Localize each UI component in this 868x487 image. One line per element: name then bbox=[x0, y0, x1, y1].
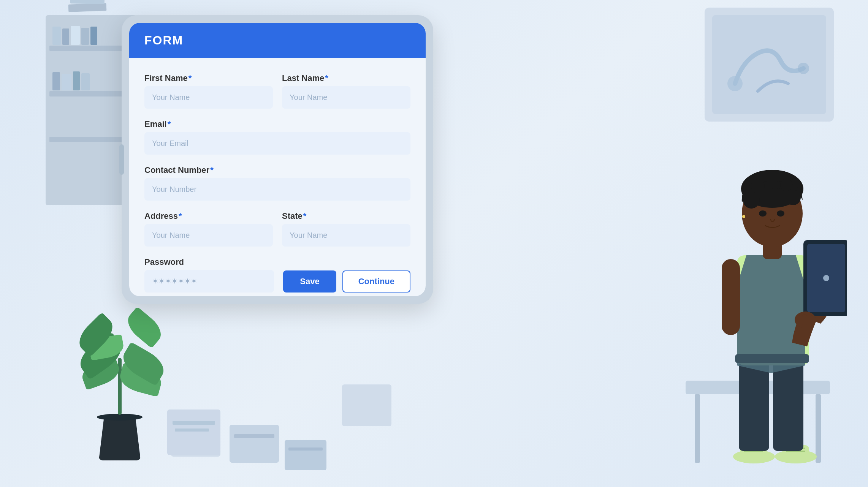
first-name-label: First Name* bbox=[144, 73, 273, 83]
decorative-plant bbox=[70, 308, 169, 460]
state-label: State* bbox=[282, 211, 410, 221]
svg-point-0 bbox=[727, 76, 743, 91]
tablet-screen: FORM First Name* L bbox=[129, 23, 426, 296]
address-input[interactable] bbox=[144, 224, 273, 247]
bg-boxes-area bbox=[167, 410, 326, 457]
save-button[interactable]: Save bbox=[283, 270, 336, 293]
svg-point-17 bbox=[823, 275, 829, 281]
form-title: FORM bbox=[144, 33, 183, 47]
svg-rect-13 bbox=[735, 354, 809, 363]
form-body: First Name* Last Name* bbox=[129, 58, 426, 296]
svg-rect-19 bbox=[797, 315, 801, 327]
last-name-label: Last Name* bbox=[282, 73, 410, 83]
svg-rect-20 bbox=[802, 314, 807, 326]
continue-button[interactable]: Continue bbox=[342, 270, 410, 293]
email-input[interactable] bbox=[144, 132, 410, 155]
last-name-group: Last Name* bbox=[282, 73, 410, 109]
form-actions: Save Continue bbox=[283, 270, 410, 293]
svg-point-28 bbox=[780, 179, 792, 191]
password-group: Password bbox=[144, 257, 274, 293]
svg-rect-21 bbox=[808, 315, 812, 326]
person-illustration bbox=[695, 126, 847, 468]
svg-point-30 bbox=[777, 210, 784, 217]
svg-point-25 bbox=[743, 192, 760, 209]
first-name-group: First Name* bbox=[144, 73, 273, 109]
contact-input[interactable] bbox=[144, 178, 410, 201]
password-input[interactable] bbox=[144, 270, 274, 293]
contact-group: Contact Number* bbox=[144, 165, 410, 201]
state-input[interactable] bbox=[282, 224, 410, 247]
address-row: Address* State* bbox=[144, 211, 410, 247]
svg-point-27 bbox=[751, 179, 765, 193]
contact-row: Contact Number* bbox=[144, 165, 410, 201]
svg-point-31 bbox=[742, 215, 745, 218]
first-name-input[interactable] bbox=[144, 86, 273, 109]
form-container: FORM First Name* L bbox=[129, 23, 426, 296]
name-row: First Name* Last Name* bbox=[144, 73, 410, 109]
svg-point-26 bbox=[786, 190, 801, 205]
address-label: Address* bbox=[144, 211, 273, 221]
svg-rect-11 bbox=[773, 362, 803, 451]
state-group: State* bbox=[282, 211, 410, 247]
svg-point-29 bbox=[759, 210, 767, 217]
svg-rect-14 bbox=[722, 259, 740, 335]
password-label: Password bbox=[144, 257, 274, 267]
form-header: FORM bbox=[129, 23, 426, 58]
password-row: Password Save Continue bbox=[144, 257, 410, 293]
last-name-input[interactable] bbox=[282, 86, 410, 109]
email-row: Email* bbox=[144, 119, 410, 155]
svg-rect-10 bbox=[739, 362, 769, 451]
email-group: Email* bbox=[144, 119, 410, 155]
tablet-frame: FORM First Name* L bbox=[122, 15, 433, 304]
bg-wall-art-decoration bbox=[705, 8, 834, 122]
address-group: Address* bbox=[144, 211, 273, 247]
email-label: Email* bbox=[144, 119, 410, 129]
contact-label: Contact Number* bbox=[144, 165, 410, 175]
tablet-side-bar bbox=[119, 144, 124, 175]
background-scene: FORM First Name* L bbox=[0, 0, 868, 487]
svg-point-1 bbox=[798, 63, 809, 74]
